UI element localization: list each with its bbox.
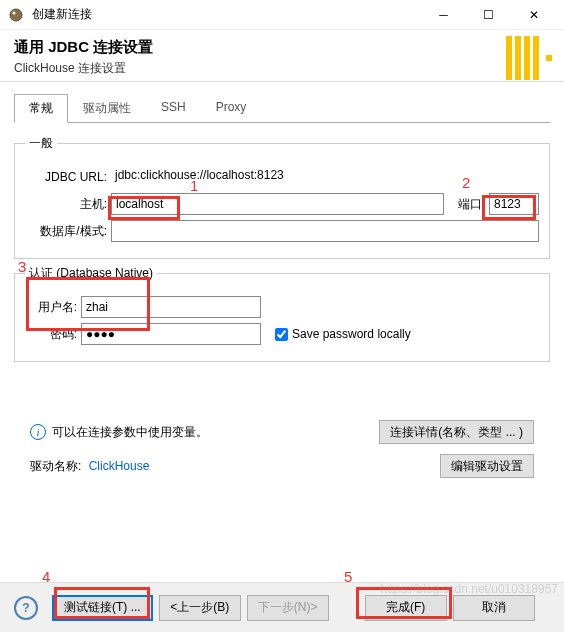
- app-icon: [8, 7, 24, 23]
- jdbc-url-value: jdbc:clickhouse://localhost:8123: [111, 166, 539, 188]
- header: 通用 JDBC 连接设置 ClickHouse 连接设置: [0, 30, 564, 82]
- watermark: https://blog.csdn.net/u010318957: [381, 582, 558, 596]
- host-label: 主机:: [25, 196, 111, 213]
- port-input[interactable]: [489, 193, 539, 215]
- cancel-button[interactable]: 取消: [453, 595, 535, 621]
- tab-ssh[interactable]: SSH: [146, 94, 201, 123]
- svg-point-1: [13, 11, 16, 14]
- fieldset-general: 一般 JDBC URL: jdbc:clickhouse://localhost…: [14, 135, 550, 259]
- save-password-label: Save password locally: [292, 327, 411, 341]
- port-label: 端口:: [444, 196, 489, 213]
- minimize-button[interactable]: ─: [421, 0, 466, 30]
- info-tip: 可以在连接参数中使用变量。: [52, 424, 208, 441]
- tab-driver-props[interactable]: 驱动属性: [68, 94, 146, 123]
- user-input[interactable]: [81, 296, 261, 318]
- clickhouse-logo: [506, 36, 552, 80]
- fieldset-auth-label: 认证 (Database Native): [25, 265, 157, 282]
- window-title: 创建新连接: [32, 6, 413, 23]
- connection-details-button[interactable]: 连接详情(名称、类型 ... ): [379, 420, 534, 444]
- info-icon: i: [30, 424, 46, 440]
- fieldset-auth: 认证 (Database Native) 用户名: 密码: Save passw…: [14, 265, 550, 362]
- driver-name-label: 驱动名称:: [30, 459, 81, 473]
- edit-driver-button[interactable]: 编辑驱动设置: [440, 454, 534, 478]
- finish-button[interactable]: 完成(F): [365, 595, 447, 621]
- back-button[interactable]: <上一步(B): [159, 595, 241, 621]
- driver-name-value[interactable]: ClickHouse: [89, 459, 150, 473]
- titlebar: 创建新连接 ─ ☐ ✕: [0, 0, 564, 30]
- save-password-checkbox[interactable]: [275, 328, 288, 341]
- page-title: 通用 JDBC 连接设置: [14, 38, 550, 57]
- fieldset-general-label: 一般: [25, 135, 57, 152]
- help-icon[interactable]: ?: [14, 596, 38, 620]
- panel-general: 一般 JDBC URL: jdbc:clickhouse://localhost…: [0, 123, 564, 490]
- test-connection-button[interactable]: 测试链接(T) ...: [52, 595, 153, 621]
- jdbc-url-label: JDBC URL:: [25, 170, 111, 184]
- next-button[interactable]: 下一步(N)>: [247, 595, 329, 621]
- window-buttons: ─ ☐ ✕: [421, 0, 556, 30]
- password-input[interactable]: [81, 323, 261, 345]
- user-label: 用户名:: [25, 299, 81, 316]
- dbschema-input[interactable]: [111, 220, 539, 242]
- tabs: 常规 驱动属性 SSH Proxy: [14, 94, 550, 123]
- svg-point-0: [10, 9, 22, 21]
- tab-general[interactable]: 常规: [14, 94, 68, 123]
- maximize-button[interactable]: ☐: [466, 0, 511, 30]
- password-label: 密码:: [25, 326, 81, 343]
- dbschema-label: 数据库/模式:: [25, 223, 111, 240]
- tab-proxy[interactable]: Proxy: [201, 94, 262, 123]
- close-button[interactable]: ✕: [511, 0, 556, 30]
- host-input[interactable]: [111, 193, 444, 215]
- page-subtitle: ClickHouse 连接设置: [14, 60, 550, 77]
